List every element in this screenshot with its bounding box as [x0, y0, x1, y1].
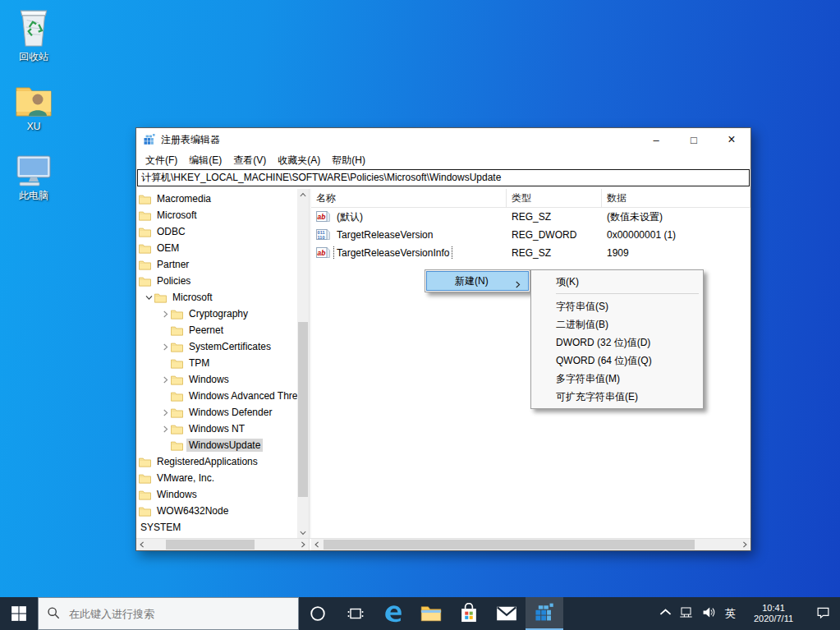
value-row[interactable]: abTargetReleaseVersionInfoREG_SZ1909	[311, 244, 750, 262]
context-menu-item-new[interactable]: 新建(N)	[427, 272, 528, 290]
tree-item[interactable]: Cryptography	[136, 306, 297, 322]
chevron-right-icon[interactable]	[159, 425, 171, 433]
column-header-name[interactable]: 名称	[311, 189, 507, 207]
list-hscroll-thumb[interactable]	[324, 540, 695, 550]
tray-ime-indicator[interactable]: 英	[719, 597, 741, 630]
tree-item[interactable]: Policies	[136, 273, 297, 289]
close-button[interactable]: ×	[713, 128, 750, 151]
tree-item[interactable]: Windows Advanced Thre	[136, 388, 297, 404]
list-horizontal-scrollbar[interactable]	[311, 539, 750, 550]
desktop-icon-user-folder[interactable]: XU	[5, 76, 62, 132]
tray-clock[interactable]: 10:41 2020/7/11	[741, 597, 806, 630]
scroll-right-icon[interactable]	[297, 539, 309, 550]
cortana-button[interactable]	[299, 597, 337, 630]
chevron-down-icon[interactable]	[143, 295, 154, 301]
menubar-item[interactable]: 收藏夹(A)	[272, 152, 326, 169]
tray-network[interactable]	[675, 597, 697, 630]
value-row[interactable]: 011110TargetReleaseVersionREG_DWORD0x000…	[311, 226, 750, 244]
taskbar-spacer	[563, 597, 655, 630]
tree-vscroll-thumb[interactable]	[298, 322, 308, 497]
folder-icon	[139, 473, 151, 484]
scroll-left-icon[interactable]	[311, 539, 323, 550]
submenu-item[interactable]: 项(K)	[533, 273, 701, 291]
user-folder-icon	[5, 76, 62, 118]
scroll-right-icon[interactable]	[739, 539, 750, 550]
menubar-item[interactable]: 编辑(E)	[183, 152, 227, 169]
file-explorer-button[interactable]	[412, 597, 450, 630]
column-header-type[interactable]: 类型	[507, 189, 602, 207]
tree-item[interactable]: Macromedia	[136, 191, 297, 207]
edge-button[interactable]	[374, 597, 412, 630]
tree-item[interactable]: Peernet	[136, 322, 297, 338]
value-name-label: TargetReleaseVersionInfo	[334, 246, 452, 260]
task-view-button[interactable]	[337, 597, 374, 630]
submenu-item-label: 二进制值(B)	[556, 319, 608, 330]
tree-item[interactable]: WOW6432Node	[136, 503, 297, 519]
tree-item[interactable]: Windows	[136, 486, 297, 503]
folder-icon	[171, 407, 183, 418]
mail-button[interactable]	[488, 597, 526, 630]
folder-icon	[139, 227, 151, 237]
tree-item-label: Microsoft	[170, 291, 215, 304]
title-bar[interactable]: 注册表编辑器 – □ ×	[136, 128, 750, 151]
tree-hscroll-thumb[interactable]	[166, 540, 255, 550]
scroll-up-icon[interactable]	[297, 189, 309, 200]
menubar-item[interactable]: 帮助(H)	[326, 152, 371, 169]
folder-icon	[139, 506, 151, 517]
submenu-item[interactable]: 多字符串值(M)	[533, 370, 701, 388]
address-bar-input[interactable]	[137, 169, 750, 186]
tree-item-label: Peernet	[186, 324, 226, 337]
value-row[interactable]: ab(默认)REG_SZ(数值未设置)	[311, 208, 750, 226]
column-header-data[interactable]: 数据	[602, 189, 750, 207]
folder-icon	[139, 243, 151, 254]
tree-item[interactable]: Windows NT	[136, 421, 297, 437]
submenu-item[interactable]: QWORD (64 位)值(Q)	[533, 352, 701, 370]
chevron-right-icon[interactable]	[159, 343, 171, 351]
tree-item[interactable]: WindowsUpdate	[136, 437, 297, 453]
search-input[interactable]	[67, 607, 290, 621]
tree-item[interactable]: SystemCertificates	[136, 338, 297, 355]
tree-item-label: SYSTEM	[138, 521, 183, 534]
value-name-label: TargetReleaseVersion	[334, 228, 435, 241]
submenu-item[interactable]: 可扩充字符串值(E)	[533, 388, 701, 406]
tree-item[interactable]: OEM	[136, 240, 297, 256]
scroll-down-icon[interactable]	[297, 527, 309, 539]
desktop-icon-recycle-bin[interactable]: 回收站	[5, 5, 62, 64]
chevron-right-icon[interactable]	[159, 376, 171, 384]
menubar-item[interactable]: 查看(V)	[227, 152, 272, 169]
store-button[interactable]	[450, 597, 488, 630]
tree-item[interactable]: ODBC	[136, 223, 297, 240]
folder-icon	[139, 260, 151, 270]
registry-editor-taskbar-button[interactable]	[526, 597, 563, 630]
start-button[interactable]	[0, 597, 38, 630]
folder-icon	[171, 342, 183, 352]
key-tree-pane: MacromediaMicrosoftODBCOEMPartnerPolicie…	[136, 189, 310, 539]
submenu-item[interactable]: DWORD (32 位)值(D)	[533, 333, 701, 352]
taskbar-search[interactable]	[38, 597, 299, 630]
menubar-item[interactable]: 文件(F)	[140, 152, 183, 169]
tree-item[interactable]: Partner	[136, 256, 297, 273]
tray-volume[interactable]	[697, 597, 719, 630]
registry-editor-icon	[143, 133, 156, 146]
tree-item[interactable]: RegisteredApplications	[136, 453, 297, 470]
tree-item[interactable]: SYSTEM	[136, 519, 297, 536]
tree-item[interactable]: VMware, Inc.	[136, 470, 297, 486]
chevron-right-icon[interactable]	[159, 409, 171, 416]
maximize-button[interactable]: □	[675, 128, 713, 151]
tree-horizontal-scrollbar[interactable]	[136, 539, 310, 550]
desktop-icon-this-pc[interactable]: 此电脑	[5, 144, 62, 203]
scroll-left-icon[interactable]	[136, 539, 148, 550]
minimize-button[interactable]: –	[637, 128, 675, 151]
tree-vertical-scrollbar[interactable]	[297, 189, 309, 539]
tree-item-label: Macromedia	[154, 192, 213, 205]
tree-item[interactable]: Microsoft	[136, 289, 297, 306]
submenu-item[interactable]: 字符串值(S)	[533, 297, 701, 315]
tree-item[interactable]: TPM	[136, 355, 297, 371]
tree-item[interactable]: Windows	[136, 371, 297, 388]
tree-item[interactable]: Microsoft	[136, 207, 297, 223]
chevron-right-icon[interactable]	[159, 310, 171, 318]
tray-show-hidden-icons[interactable]	[655, 597, 675, 630]
tree-item[interactable]: Windows Defender	[136, 404, 297, 421]
submenu-item[interactable]: 二进制值(B)	[533, 315, 701, 333]
action-center-button[interactable]	[806, 597, 840, 630]
